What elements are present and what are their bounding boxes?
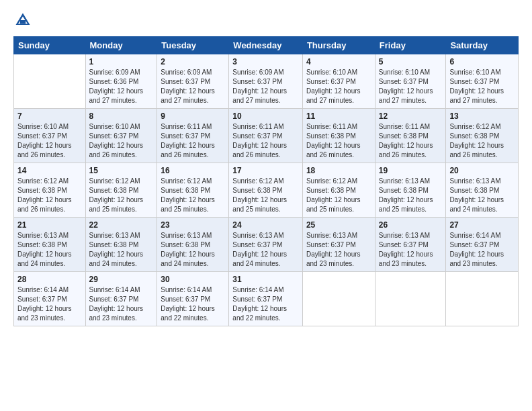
calendar-cell: 20Sunrise: 6:13 AM Sunset: 6:38 PM Dayli… <box>446 163 519 218</box>
weekday-header-friday: Friday <box>375 37 446 54</box>
day-number: 22 <box>89 220 154 230</box>
calendar-cell: 29Sunrise: 6:14 AM Sunset: 6:37 PM Dayli… <box>85 272 157 326</box>
calendar-cell: 11Sunrise: 6:11 AM Sunset: 6:38 PM Dayli… <box>302 109 375 163</box>
calendar-cell: 8Sunrise: 6:10 AM Sunset: 6:37 PM Daylig… <box>85 109 157 163</box>
logo-icon <box>13 11 32 30</box>
calendar-cell: 7Sunrise: 6:10 AM Sunset: 6:37 PM Daylig… <box>14 109 86 163</box>
day-number: 5 <box>379 57 443 66</box>
weekday-header-sunday: Sunday <box>14 37 86 54</box>
day-info: Sunrise: 6:11 AM Sunset: 6:38 PM Dayligh… <box>379 122 443 160</box>
day-info: Sunrise: 6:13 AM Sunset: 6:38 PM Dayligh… <box>379 177 443 214</box>
day-info: Sunrise: 6:14 AM Sunset: 6:37 PM Dayligh… <box>161 285 225 323</box>
day-number: 9 <box>161 111 225 121</box>
day-number: 31 <box>232 275 299 284</box>
calendar-cell: 30Sunrise: 6:14 AM Sunset: 6:37 PM Dayli… <box>157 272 229 326</box>
day-number: 11 <box>306 111 371 121</box>
calendar-cell: 28Sunrise: 6:14 AM Sunset: 6:37 PM Dayli… <box>14 272 86 326</box>
calendar-cell: 14Sunrise: 6:12 AM Sunset: 6:38 PM Dayli… <box>14 163 86 218</box>
day-number: 18 <box>306 166 371 175</box>
day-number: 28 <box>17 275 82 284</box>
calendar-cell: 25Sunrise: 6:13 AM Sunset: 6:37 PM Dayli… <box>302 218 375 272</box>
day-number: 23 <box>161 220 225 230</box>
day-info: Sunrise: 6:14 AM Sunset: 6:37 PM Dayligh… <box>449 231 515 269</box>
day-number: 2 <box>161 57 225 66</box>
day-info: Sunrise: 6:10 AM Sunset: 6:37 PM Dayligh… <box>89 122 154 160</box>
day-info: Sunrise: 6:12 AM Sunset: 6:38 PM Dayligh… <box>232 177 299 214</box>
calendar-cell: 1Sunrise: 6:09 AM Sunset: 6:36 PM Daylig… <box>85 54 157 109</box>
weekday-header-thursday: Thursday <box>302 37 375 54</box>
weekday-header-monday: Monday <box>85 37 157 54</box>
day-info: Sunrise: 6:11 AM Sunset: 6:38 PM Dayligh… <box>306 122 371 160</box>
calendar-cell <box>14 54 86 109</box>
calendar-cell: 19Sunrise: 6:13 AM Sunset: 6:38 PM Dayli… <box>375 163 446 218</box>
day-number: 6 <box>449 57 515 66</box>
day-number: 13 <box>449 111 515 121</box>
day-info: Sunrise: 6:11 AM Sunset: 6:37 PM Dayligh… <box>232 122 299 160</box>
week-row-1: 1Sunrise: 6:09 AM Sunset: 6:36 PM Daylig… <box>14 54 519 109</box>
day-info: Sunrise: 6:09 AM Sunset: 6:37 PM Dayligh… <box>232 68 299 105</box>
day-info: Sunrise: 6:14 AM Sunset: 6:37 PM Dayligh… <box>89 285 154 323</box>
day-info: Sunrise: 6:11 AM Sunset: 6:37 PM Dayligh… <box>161 122 225 160</box>
day-number: 16 <box>161 166 225 175</box>
calendar-cell <box>446 272 519 326</box>
calendar-cell: 16Sunrise: 6:12 AM Sunset: 6:38 PM Dayli… <box>157 163 229 218</box>
calendar-cell: 5Sunrise: 6:10 AM Sunset: 6:37 PM Daylig… <box>375 54 446 109</box>
day-info: Sunrise: 6:10 AM Sunset: 6:37 PM Dayligh… <box>449 68 515 105</box>
day-info: Sunrise: 6:12 AM Sunset: 6:38 PM Dayligh… <box>89 177 154 214</box>
day-number: 30 <box>161 275 225 284</box>
calendar-cell: 18Sunrise: 6:12 AM Sunset: 6:38 PM Dayli… <box>302 163 375 218</box>
day-number: 17 <box>232 166 299 175</box>
day-info: Sunrise: 6:13 AM Sunset: 6:38 PM Dayligh… <box>17 231 82 269</box>
calendar-cell <box>375 272 446 326</box>
day-number: 27 <box>449 220 515 230</box>
week-row-2: 7Sunrise: 6:10 AM Sunset: 6:37 PM Daylig… <box>14 109 519 163</box>
day-info: Sunrise: 6:09 AM Sunset: 6:37 PM Dayligh… <box>161 68 225 105</box>
day-info: Sunrise: 6:14 AM Sunset: 6:37 PM Dayligh… <box>232 285 299 323</box>
day-number: 12 <box>379 111 443 121</box>
calendar-cell: 31Sunrise: 6:14 AM Sunset: 6:37 PM Dayli… <box>229 272 303 326</box>
calendar-cell: 3Sunrise: 6:09 AM Sunset: 6:37 PM Daylig… <box>229 54 303 109</box>
day-number: 25 <box>306 220 371 230</box>
calendar-cell: 17Sunrise: 6:12 AM Sunset: 6:38 PM Dayli… <box>229 163 303 218</box>
calendar-cell <box>302 272 375 326</box>
calendar-cell: 6Sunrise: 6:10 AM Sunset: 6:37 PM Daylig… <box>446 54 519 109</box>
day-number: 4 <box>306 57 371 66</box>
day-info: Sunrise: 6:13 AM Sunset: 6:37 PM Dayligh… <box>232 231 299 269</box>
day-number: 14 <box>17 166 82 175</box>
calendar-cell: 15Sunrise: 6:12 AM Sunset: 6:38 PM Dayli… <box>85 163 157 218</box>
calendar-cell: 27Sunrise: 6:14 AM Sunset: 6:37 PM Dayli… <box>446 218 519 272</box>
day-number: 10 <box>232 111 299 121</box>
day-info: Sunrise: 6:13 AM Sunset: 6:38 PM Dayligh… <box>449 177 515 214</box>
weekday-header-wednesday: Wednesday <box>229 37 303 54</box>
day-number: 19 <box>379 166 443 175</box>
calendar-cell: 23Sunrise: 6:13 AM Sunset: 6:38 PM Dayli… <box>157 218 229 272</box>
day-info: Sunrise: 6:12 AM Sunset: 6:38 PM Dayligh… <box>306 177 371 214</box>
calendar-cell: 13Sunrise: 6:12 AM Sunset: 6:38 PM Dayli… <box>446 109 519 163</box>
day-number: 8 <box>89 111 154 121</box>
weekday-header-saturday: Saturday <box>446 37 519 54</box>
day-info: Sunrise: 6:10 AM Sunset: 6:37 PM Dayligh… <box>306 68 371 105</box>
calendar-cell: 12Sunrise: 6:11 AM Sunset: 6:38 PM Dayli… <box>375 109 446 163</box>
day-info: Sunrise: 6:12 AM Sunset: 6:38 PM Dayligh… <box>449 122 515 160</box>
day-info: Sunrise: 6:13 AM Sunset: 6:37 PM Dayligh… <box>379 231 443 269</box>
day-info: Sunrise: 6:14 AM Sunset: 6:37 PM Dayligh… <box>17 285 82 323</box>
day-info: Sunrise: 6:10 AM Sunset: 6:37 PM Dayligh… <box>17 122 82 160</box>
day-number: 26 <box>379 220 443 230</box>
weekday-header-row: SundayMondayTuesdayWednesdayThursdayFrid… <box>14 37 519 54</box>
day-number: 1 <box>89 57 154 66</box>
day-number: 20 <box>449 166 515 175</box>
week-row-3: 14Sunrise: 6:12 AM Sunset: 6:38 PM Dayli… <box>14 163 519 218</box>
calendar-cell: 26Sunrise: 6:13 AM Sunset: 6:37 PM Dayli… <box>375 218 446 272</box>
day-number: 15 <box>89 166 154 175</box>
day-number: 24 <box>232 220 299 230</box>
week-row-5: 28Sunrise: 6:14 AM Sunset: 6:37 PM Dayli… <box>14 272 519 326</box>
day-info: Sunrise: 6:10 AM Sunset: 6:37 PM Dayligh… <box>379 68 443 105</box>
calendar-cell: 9Sunrise: 6:11 AM Sunset: 6:37 PM Daylig… <box>157 109 229 163</box>
calendar-table: SundayMondayTuesdayWednesdayThursdayFrid… <box>13 36 519 326</box>
weekday-header-tuesday: Tuesday <box>157 37 229 54</box>
day-number: 29 <box>89 275 154 284</box>
day-info: Sunrise: 6:09 AM Sunset: 6:36 PM Dayligh… <box>89 68 154 105</box>
day-info: Sunrise: 6:13 AM Sunset: 6:38 PM Dayligh… <box>161 231 225 269</box>
day-number: 7 <box>17 111 82 121</box>
calendar-cell: 2Sunrise: 6:09 AM Sunset: 6:37 PM Daylig… <box>157 54 229 109</box>
